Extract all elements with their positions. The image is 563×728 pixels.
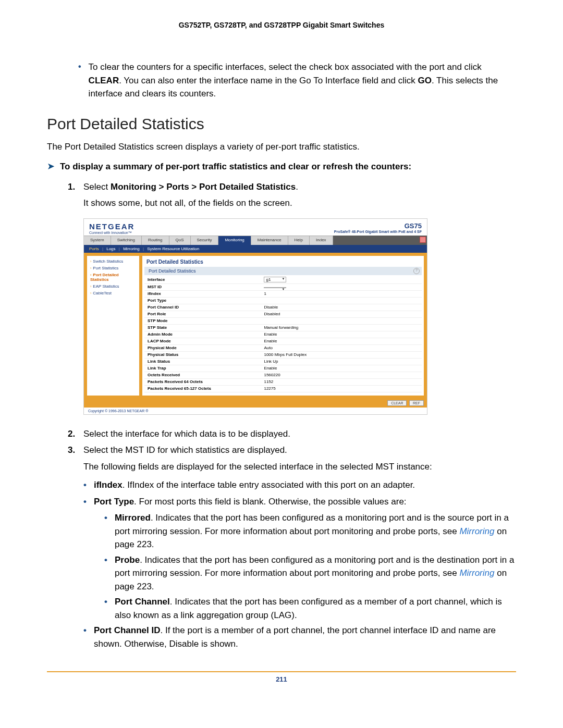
- subtab-mirroring[interactable]: Mirroring: [123, 246, 140, 251]
- stat-value: Enable: [261, 365, 422, 372]
- tab-monitoring[interactable]: Monitoring: [218, 236, 251, 245]
- stat-row: Link TrapEnable: [144, 365, 422, 372]
- porttype-portchannel: • Port Channel. Indicates that the port …: [104, 595, 516, 622]
- main-panel: Port Detailed Statistics Port Detailed S…: [142, 256, 424, 396]
- clear-label: CLEAR: [89, 76, 119, 85]
- stat-row: Port Type: [144, 297, 422, 304]
- tab-switching[interactable]: Switching: [111, 236, 142, 245]
- step-1: 1. Select Monitoring > Ports > Port Deta…: [68, 180, 516, 194]
- stat-value: Link Up: [261, 358, 422, 365]
- text: . You can also enter the interface name …: [119, 76, 418, 85]
- stat-label: Link Status: [144, 358, 261, 365]
- stat-label: Interface: [144, 276, 261, 284]
- tab-index[interactable]: Index: [310, 236, 333, 245]
- stat-row: Port RoleDisabled: [144, 311, 422, 317]
- bullet-dot: •: [78, 60, 81, 101]
- stat-select[interactable]: g1: [264, 277, 286, 282]
- doc-header: GS752TP, GS728TP, and GS728TPP Gigabit S…: [47, 21, 516, 29]
- stat-value: [261, 317, 422, 324]
- inner-section-bar: Port Detailed Statistics ?: [144, 267, 422, 275]
- stat-label: Physical Status: [144, 351, 261, 358]
- brand-logo: NETGEAR: [89, 222, 134, 231]
- tab-routing[interactable]: Routing: [142, 236, 169, 245]
- stat-row: STP StateManual forwarding: [144, 324, 422, 331]
- stat-row: ifIndex1: [144, 290, 422, 297]
- stat-row: Octets Received1560220: [144, 372, 422, 378]
- lead-text: To display a summary of per-port traffic…: [60, 161, 411, 173]
- refresh-button[interactable]: REF: [409, 400, 424, 406]
- stat-label: Physical Mode: [144, 344, 261, 351]
- stat-row: Packets Received 65-127 Octets12275: [144, 385, 422, 392]
- step-num: 3.: [68, 443, 78, 457]
- stat-value: 1000 Mbps Full Duplex: [261, 351, 422, 358]
- nav-path: Monitoring > Ports > Port Detailed Stati…: [111, 182, 296, 192]
- porttype-mirrored: • Mirrored. Indicates that the port has …: [104, 511, 516, 551]
- brand-tagline: Connect with Innovation™: [89, 231, 134, 235]
- main-nav-tabs: System Switching Routing QoS Security Mo…: [84, 236, 427, 245]
- step-num: 1.: [68, 180, 78, 194]
- stat-row: STP Mode: [144, 317, 422, 324]
- step-3: 3. Select the MST ID for which statistic…: [68, 443, 516, 457]
- stat-label: STP State: [144, 324, 261, 331]
- stat-label: Packets Received 64 Octets: [144, 378, 261, 385]
- step-text: Select the MST ID for which statistics a…: [83, 443, 287, 457]
- sub-nav-tabs: Ports | Logs | Mirroring | System Resour…: [84, 245, 427, 253]
- stat-label: LACP Mode: [144, 338, 261, 344]
- action-bar: CLEAR REF: [84, 399, 427, 408]
- stat-row: Physical Status1000 Mbps Full Duplex: [144, 351, 422, 358]
- stat-value: 1152: [261, 378, 422, 385]
- nav-eap-stats[interactable]: EAP Statistics: [87, 283, 139, 290]
- stat-label: ifIndex: [144, 290, 261, 297]
- help-icon[interactable]: ?: [413, 268, 420, 274]
- subtab-sysres[interactable]: System Resource Utilization: [147, 246, 199, 251]
- section-title: Port Detailed Statistics: [47, 115, 516, 133]
- top-clear-note: • To clear the counters for a specific i…: [78, 60, 516, 101]
- nav-cabletest[interactable]: CableTest: [87, 290, 139, 297]
- tab-security[interactable]: Security: [191, 236, 219, 245]
- stat-row: MST ID: [144, 283, 422, 290]
- stat-select[interactable]: [264, 287, 286, 288]
- field-portchannelid: • Port Channel ID. If the port is a memb…: [83, 624, 516, 650]
- field-definitions: • ifIndex. IfIndex of the interface tabl…: [83, 478, 516, 650]
- step-1-note: It shows some, but not all, of the field…: [83, 196, 516, 210]
- logout-icon[interactable]: [420, 237, 426, 243]
- procedure-lead: ➤ To display a summary of per-port traff…: [47, 161, 516, 173]
- copyright-footer: Copyright © 1996-2013 NETGEAR ®: [84, 408, 427, 414]
- nav-port-detailed[interactable]: Port Detailed Statistics: [87, 272, 139, 283]
- tab-maintenance[interactable]: Maintenance: [251, 236, 288, 245]
- tab-system[interactable]: System: [84, 236, 111, 245]
- app-header: NETGEAR Connect with Innovation™ GS75 Pr…: [84, 219, 427, 236]
- stat-value: [261, 283, 422, 290]
- stat-label: Admin Mode: [144, 331, 261, 338]
- nav-port-stats[interactable]: Port Statistics: [87, 265, 139, 272]
- xref-mirroring[interactable]: Mirroring: [459, 526, 494, 536]
- text: .: [296, 182, 298, 192]
- model-label: GS75: [334, 223, 422, 230]
- xref-mirroring[interactable]: Mirroring: [459, 568, 494, 578]
- stat-label: Octets Received: [144, 372, 261, 378]
- stat-row: Link StatusLink Up: [144, 358, 422, 365]
- embedded-screenshot: NETGEAR Connect with Innovation™ GS75 Pr…: [83, 218, 427, 415]
- intro-text: The Port Detailed Statistics screen disp…: [47, 140, 516, 154]
- nav-switch-stats[interactable]: Switch Statistics: [87, 258, 139, 265]
- stat-row: Packets Received 64 Octets1152: [144, 378, 422, 385]
- stat-label: Port Channel ID: [144, 304, 261, 311]
- stat-value: Enable: [261, 331, 422, 338]
- stat-label: Port Type: [144, 297, 261, 304]
- field-porttype: • Port Type. For most ports this field i…: [83, 495, 516, 509]
- manual-page: GS752TP, GS728TP, and GS728TPP Gigabit S…: [0, 0, 563, 704]
- model-desc: ProSafe® 48-Port Gigabit Smart with PoE …: [334, 230, 422, 234]
- step-3-note: The following fields are displayed for t…: [83, 460, 516, 474]
- side-nav: Switch Statistics Port Statistics Port D…: [87, 256, 139, 396]
- tab-qos[interactable]: QoS: [169, 236, 191, 245]
- clear-button[interactable]: CLEAR: [387, 400, 407, 406]
- text: To clear the counters for a specific int…: [89, 62, 482, 72]
- stat-value: 1560220: [261, 372, 422, 378]
- subtab-ports[interactable]: Ports: [89, 246, 99, 251]
- stat-row: Interfaceg1: [144, 276, 422, 284]
- arrow-icon: ➤: [47, 161, 55, 173]
- subtab-logs[interactable]: Logs: [106, 246, 115, 251]
- tab-help[interactable]: Help: [288, 236, 310, 245]
- stat-value: g1: [261, 276, 422, 284]
- stat-label: STP Mode: [144, 317, 261, 324]
